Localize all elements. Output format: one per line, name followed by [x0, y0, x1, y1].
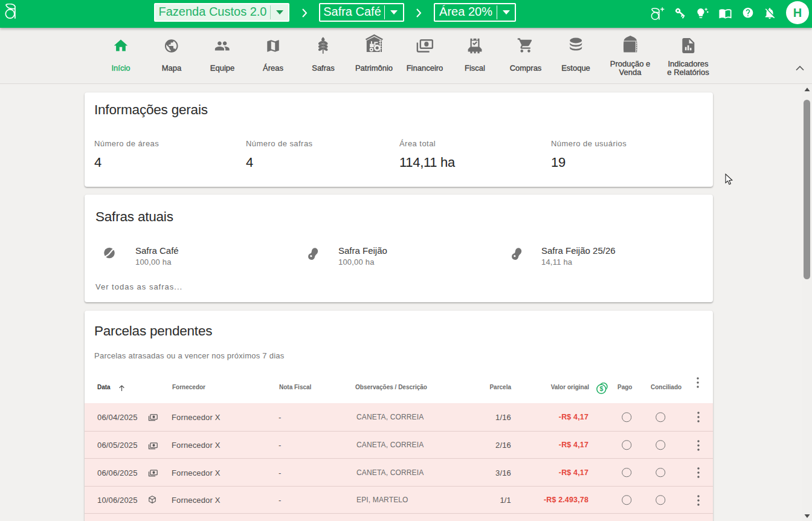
svg-text:$: $ [599, 385, 603, 392]
